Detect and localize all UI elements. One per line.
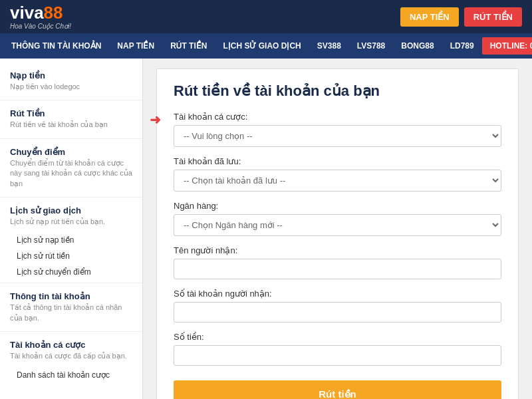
divider-3 xyxy=(0,197,142,198)
select-tai-khoan-da-luu[interactable]: -- Chọn tài khoản đã lưu -- xyxy=(174,170,501,192)
sidebar-nap-tien-title: Nạp tiền xyxy=(10,70,132,80)
sidebar-thong-tin-desc: Tất cả thông tin tài khoản cá nhân của b… xyxy=(10,303,132,323)
sidebar-chuyen-diem[interactable]: Chuyển điểm Chuyển điểm từ tài khoản cá … xyxy=(0,142,142,194)
divider-5 xyxy=(0,331,142,332)
sidebar-lich-su-nap[interactable]: Lịch sử nạp tiền xyxy=(0,232,142,248)
sidebar-tai-khoan-ca-cuoc[interactable]: Tài khoản cá cược Tài khoản cá cược đã c… xyxy=(0,334,142,366)
nap-tien-header-button[interactable]: NAP TIỀN xyxy=(400,7,459,27)
header-buttons: NAP TIỀN RÚT TIỀN xyxy=(400,7,522,27)
input-so-tien[interactable] xyxy=(174,345,501,366)
nav-sv388[interactable]: SV388 xyxy=(309,33,349,59)
label-so-tai-khoan: Số tài khoản người nhận: xyxy=(174,289,501,299)
field-ngan-hang: Ngân hàng: -- Chọn Ngân hàng mới -- xyxy=(174,201,501,236)
sidebar-nap-tien-desc: Nạp tiền vào lodegoc xyxy=(10,82,132,92)
sidebar-tai-khoan-ca-cuoc-desc: Tài khoản cá cược đã cấp của bạn. xyxy=(10,351,132,361)
logo: viva88 Hoa Vào Cuộc Chơi! xyxy=(10,3,71,30)
red-arrow-icon: ➜ xyxy=(150,112,161,128)
sidebar-chuyen-diem-desc: Chuyển điểm từ tài khoản cá cược này san… xyxy=(10,158,132,189)
divider-2 xyxy=(0,138,142,139)
label-tai-khoan-ca-cuoc: Tài khoản cá cược: xyxy=(174,112,501,122)
field-so-tien: Số tiền: xyxy=(174,332,501,366)
sidebar-thong-tin[interactable]: Thông tin tài khoản Tất cả thông tin tài… xyxy=(0,286,142,329)
submit-rut-tien-button[interactable]: Rút tiền xyxy=(174,380,501,399)
sidebar-nap-tien[interactable]: Nạp tiền Nạp tiền vào lodegoc xyxy=(0,65,142,97)
select-ngan-hang[interactable]: -- Chọn Ngân hàng mới -- xyxy=(174,214,501,236)
nav-ld789[interactable]: LD789 xyxy=(442,33,482,59)
label-ten-nguoi-nhan: Tên người nhận: xyxy=(174,245,501,255)
sidebar-rut-tien-title: Rút Tiền xyxy=(10,108,132,118)
field-tai-khoan-ca-cuoc: Tài khoản cá cược: -- Vui lòng chọn -- xyxy=(174,112,501,147)
form-box: Rút tiền về tài khoản của bạn Tài khoản … xyxy=(156,68,519,399)
navbar: THÔNG TIN TÀI KHOẢN NAP TIỀN RÚT TIỀN LỊ… xyxy=(0,33,532,59)
label-ngan-hang: Ngân hàng: xyxy=(174,201,501,211)
sidebar-lich-su-desc: Lịch sử nạp rút tiền của bạn. xyxy=(10,217,132,227)
sidebar-chuyen-diem-title: Chuyển điểm xyxy=(10,147,132,157)
divider-4 xyxy=(0,283,142,283)
hotline: HOTLINE: 085.355.2222 xyxy=(482,37,532,55)
logo-text: viva88 xyxy=(10,3,71,23)
page-title: Rút tiền về tài khoản của bạn xyxy=(174,82,501,100)
navbar-items: THÔNG TIN TÀI KHOẢN NAP TIỀN RÚT TIỀN LỊ… xyxy=(3,33,482,59)
sidebar-danh-sach-tai-khoan[interactable]: Danh sách tài khoản cược xyxy=(0,367,142,383)
select-tai-khoan-ca-cuoc[interactable]: -- Vui lòng chọn -- xyxy=(174,125,501,147)
sidebar-rut-tien-desc: Rút tiền về tài khoản của bạn xyxy=(10,120,132,130)
sidebar-tai-khoan-ca-cuoc-title: Tài khoản cá cược xyxy=(10,340,132,350)
header: viva88 Hoa Vào Cuộc Chơi! NAP TIỀN RÚT T… xyxy=(0,0,532,33)
label-so-tien: Số tiền: xyxy=(174,332,501,342)
nav-lich-su[interactable]: LỊCH SỬ GIAO DỊCH xyxy=(215,33,309,59)
divider-1 xyxy=(0,100,142,100)
sidebar-lich-su-title: Lịch sử giao dịch xyxy=(10,205,132,215)
input-ten-nguoi-nhan[interactable] xyxy=(174,259,501,279)
field-so-tai-khoan: Số tài khoản người nhận: xyxy=(174,289,501,323)
sidebar-lich-su-rut[interactable]: Lịch sử rút tiền xyxy=(0,248,142,264)
nav-nap-tien[interactable]: NAP TIỀN xyxy=(109,33,162,59)
sidebar: Nạp tiền Nạp tiền vào lodegoc Rút Tiền R… xyxy=(0,59,143,399)
main-layout: Nạp tiền Nạp tiền vào lodegoc Rút Tiền R… xyxy=(0,59,532,399)
field-tai-khoan-da-luu: Tài khoản đã lưu: -- Chọn tài khoản đã l… xyxy=(174,156,501,192)
nav-thong-tin[interactable]: THÔNG TIN TÀI KHOẢN xyxy=(3,33,109,59)
input-so-tai-khoan[interactable] xyxy=(174,302,501,323)
label-tai-khoan-da-luu: Tài khoản đã lưu: xyxy=(174,156,501,166)
sidebar-lich-su-chuyen[interactable]: Lịch sử chuyển điểm xyxy=(0,264,142,280)
nav-bong88[interactable]: BONG88 xyxy=(393,33,442,59)
logo-sub: Hoa Vào Cuộc Chơi! xyxy=(10,23,71,30)
content-area: Rút tiền về tài khoản của bạn Tài khoản … xyxy=(143,59,532,399)
sidebar-lich-su[interactable]: Lịch sử giao dịch Lịch sử nạp rút tiền c… xyxy=(0,200,142,232)
sidebar-rut-tien[interactable]: Rút Tiền Rút tiền về tài khoản của bạn ➜ xyxy=(0,103,142,135)
field-ten-nguoi-nhan: Tên người nhận: xyxy=(174,245,501,279)
sidebar-thong-tin-title: Thông tin tài khoản xyxy=(10,291,132,301)
nav-lvs788[interactable]: LVS788 xyxy=(349,33,393,59)
nav-rut-tien[interactable]: RÚT TIỀN xyxy=(162,33,215,59)
rut-tien-header-button[interactable]: RÚT TIỀN xyxy=(464,7,522,27)
